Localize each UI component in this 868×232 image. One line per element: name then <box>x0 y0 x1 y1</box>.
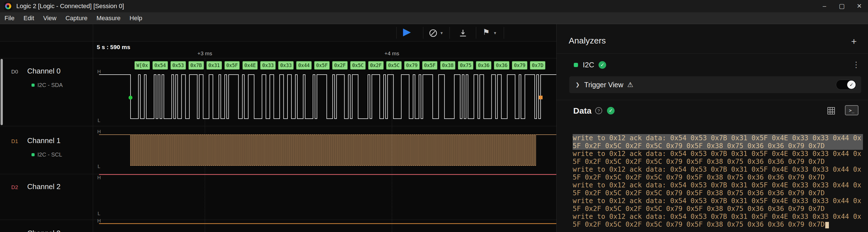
terminal-output[interactable]: write to 0x12 ack data: 0x54 0x53 0x7B 0… <box>573 134 863 229</box>
i2c-data-annotation: 0x7B <box>188 61 204 70</box>
data-status-check-icon: ✓ <box>607 107 615 114</box>
play-button[interactable]: ▶ <box>403 26 411 38</box>
app-icon-center <box>7 5 9 8</box>
menu-capture[interactable]: Capture <box>61 12 92 24</box>
i2c-data-annotation: 0x36 <box>494 61 509 70</box>
i2c-data-annotation: 0x5F <box>314 61 330 70</box>
i2c-data-annotation: 0x53 <box>170 61 186 70</box>
channel-0-analyzer-label: I2C - SDA <box>37 82 63 88</box>
terminal-line[interactable]: write to 0x12 ack data: 0x54 0x53 0x7B 0… <box>573 165 863 181</box>
toggle-check-icon: ✓ <box>847 80 856 89</box>
i2c-stop-marker <box>539 96 542 99</box>
i2c-data-annotation: 0x33 <box>260 61 276 70</box>
trigger-view-label: Trigger View <box>584 81 623 89</box>
terminal-line[interactable]: write to 0x12 ack data: 0x54 0x53 0x7B 0… <box>573 150 863 165</box>
markers-caret-icon[interactable]: ▾ <box>494 30 496 36</box>
analyzer-dot-icon <box>31 153 35 156</box>
toolbar-divider <box>450 27 450 39</box>
i2c-data-annotation: 0x2F <box>368 61 384 70</box>
export-icon[interactable] <box>458 28 468 39</box>
label-column-divider <box>93 24 93 232</box>
trigger-view-row[interactable]: ❯ Trigger View ⚠ ✓ <box>569 76 861 93</box>
channel-1-high-marker: H <box>97 129 101 134</box>
trigger-view-toggle[interactable]: ✓ <box>836 80 857 90</box>
capture-mode-icon[interactable] <box>428 28 438 39</box>
i2c-data-annotation: 0x5C <box>350 61 366 70</box>
i2c-start-marker <box>128 96 132 100</box>
channel-1-id: D1 <box>11 138 18 144</box>
channel-scrollbar-thumb[interactable] <box>1 59 3 125</box>
app-icon <box>4 2 12 10</box>
i2c-data-annotation: 0x75 <box>458 61 473 70</box>
i2c-data-annotation: 0x5F <box>422 61 438 70</box>
toolbar-divider <box>476 27 476 39</box>
channel-0-analyzer[interactable]: I2C - SDA <box>31 82 63 88</box>
toolbar-divider <box>396 27 397 39</box>
chevron-right-icon[interactable]: ❯ <box>576 82 580 88</box>
menu-help[interactable]: Help <box>125 12 147 24</box>
channel-3-high-marker: H <box>97 218 101 224</box>
terminal-line[interactable]: write to 0x12 ack data: 0x54 0x53 0x7B 0… <box>573 197 863 212</box>
channel-0-id: D0 <box>11 69 18 75</box>
menu-measure[interactable]: Measure <box>92 12 125 24</box>
timeline-marker-label: +3 ms <box>197 50 212 57</box>
i2c-data-annotation: 0x54 <box>152 61 168 70</box>
menu-file[interactable]: File <box>0 12 19 24</box>
channel-1-row[interactable]: D1 Channel 1 <box>11 136 60 145</box>
channel-2-low-marker: L <box>98 211 100 217</box>
window-controls: – ▢ ✕ <box>816 0 868 12</box>
i2c-analyzer-name[interactable]: I2C <box>583 61 594 69</box>
i2c-analyzer-dot-icon <box>574 63 578 67</box>
i2c-data-annotation: 0x79 <box>404 61 420 70</box>
markers-flag-icon[interactable]: ⚑ <box>483 28 490 37</box>
row-divider <box>0 174 556 174</box>
menu-edit[interactable]: Edit <box>19 12 38 24</box>
help-icon[interactable]: ? <box>595 107 602 114</box>
channel-1-low-marker: L <box>98 164 100 169</box>
channel-3-row[interactable]: D3 Channel 3 <box>11 229 60 232</box>
channel-2-row[interactable]: D2 Channel 2 <box>11 182 60 191</box>
row-divider <box>0 58 556 59</box>
timeline-gridline <box>205 58 205 232</box>
menu-view[interactable]: View <box>38 12 61 24</box>
toolbar-divider <box>423 27 423 39</box>
channel-3-name: Channel 3 <box>27 229 61 232</box>
channel-0-row[interactable]: D0 Channel 0 <box>11 67 60 75</box>
terminal-line[interactable]: write to 0x12 ack data: 0x54 0x53 0x7B 0… <box>573 134 863 150</box>
analyzer-dot-icon <box>31 84 35 87</box>
i2c-data-annotation: 0x31 <box>207 61 222 70</box>
table-view-icon[interactable] <box>826 106 836 117</box>
i2c-address-annotation: W[0x <box>134 61 150 70</box>
timeline-gridline <box>392 58 392 232</box>
terminal-view-icon[interactable]: >_ <box>845 105 859 115</box>
i2c-data-annotation: 0x5C <box>386 61 402 70</box>
i2c-status-check-icon: ✓ <box>598 61 606 69</box>
title-bar: Logic 2 [Logic - Connected] [Session 0] … <box>0 0 868 12</box>
minimize-button[interactable]: – <box>816 0 833 12</box>
i2c-data-annotation: 0x38 <box>440 61 456 70</box>
terminal-line[interactable]: write to 0x12 ack data: 0x54 0x53 0x7B 0… <box>573 212 863 228</box>
capture-toolbar: ▶ ▾ ⚑ ▾ <box>0 24 556 41</box>
capture-mode-caret-icon[interactable]: ▾ <box>440 30 443 36</box>
data-section-title: Data <box>573 106 591 116</box>
channel-1-analyzer-label: I2C - SCL <box>37 152 62 158</box>
add-analyzer-button[interactable]: + <box>851 36 857 47</box>
close-button[interactable]: ✕ <box>850 0 868 12</box>
channel-2-name: Channel 2 <box>27 182 61 191</box>
i2c-menu-button[interactable]: ⋮ <box>852 60 860 69</box>
i2c-data-annotation: 0x5F <box>224 61 240 70</box>
terminal-line[interactable]: write to 0x12 ack data: 0x54 0x53 0x7B 0… <box>573 181 863 197</box>
i2c-data-annotation: 0x36 <box>476 61 491 70</box>
i2c-data-annotation: 0x33 <box>278 61 293 70</box>
maximize-button[interactable]: ▢ <box>833 0 850 12</box>
channel-1-name: Channel 1 <box>27 136 61 145</box>
i2c-data-annotation: 0x79 <box>512 61 527 70</box>
i2c-data-annotation: 0x4E <box>243 61 258 70</box>
panel-divider <box>557 100 868 100</box>
i2c-data-annotation: 0x44 <box>296 61 312 70</box>
channel-1-analyzer[interactable]: I2C - SCL <box>31 152 62 158</box>
i2c-data-annotation: 0x2F <box>332 61 348 70</box>
channel-2-id: D2 <box>11 184 18 190</box>
channel-0-high-marker: H <box>97 69 101 75</box>
row-divider <box>0 220 556 220</box>
